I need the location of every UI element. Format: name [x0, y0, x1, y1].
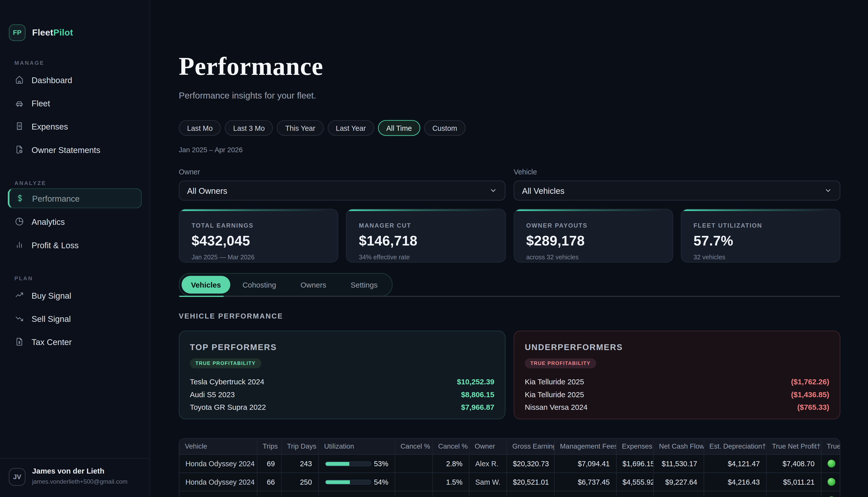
sidebar-item-label: Fleet [31, 98, 50, 108]
performers-row: TOP PERFORMERS TRUE PROFITABILITY Tesla … [179, 331, 840, 420]
tab-cohosting[interactable]: Cohosting [230, 276, 288, 294]
vehicle-select[interactable]: All Vehicles [514, 181, 840, 201]
vehicle-filter-label: Vehicle [514, 168, 840, 176]
sidebar-item-label: Owner Statements [31, 145, 100, 154]
col-utilization: Utilization [319, 439, 395, 455]
table-row: Honda Odyssey 2024 65 254 55% 5.8% Parke… [179, 491, 840, 497]
pie-chart-icon [14, 216, 25, 227]
time-filter-last-year[interactable]: Last Year [327, 120, 374, 136]
sidebar-item-owner-statements[interactable]: Owner Statements [8, 138, 142, 161]
col-est-depreciation: Est. Depreciation† [704, 439, 766, 455]
filters-row: Owner All Owners Vehicle All Vehicles [179, 168, 840, 201]
owner-select-value: All Owners [187, 186, 227, 195]
sidebar-item-dashboard[interactable]: Dashboard [8, 68, 142, 91]
top-performers-list: Tesla Cybertruck 2024 $10,252.39 Audi S5… [190, 376, 495, 414]
nav-section-manage: MANAGE [14, 60, 135, 66]
avatar: JV [9, 468, 26, 486]
main-content: Performance Performance insights for you… [150, 0, 868, 497]
sidebar-item-label: Tax Center [31, 337, 72, 346]
owner-filter: Owner All Owners [179, 168, 505, 201]
time-filter-last-mo[interactable]: Last Mo [179, 120, 221, 136]
page-subtitle: Performance insights for your fleet. [179, 91, 840, 101]
sidebar-item-analytics[interactable]: Analytics [8, 210, 142, 233]
status-badge: Pro [827, 492, 840, 497]
sidebar-item-profit-loss[interactable]: Profit & Loss [8, 233, 142, 256]
nav-section-plan: PLAN [14, 275, 135, 281]
col-owner: Owner [469, 439, 506, 455]
vehicle-performance-table: Vehicle Trips Trip Days Utilization Canc… [179, 438, 840, 497]
list-item: Kia Telluride 2025 ($1,762.26) [525, 376, 829, 389]
list-item: Tesla Cybertruck 2024 $10,252.39 [190, 376, 495, 389]
col-true-profit-status: True P [821, 439, 840, 455]
bar-chart-icon [14, 240, 25, 250]
time-filter-last-3-mo[interactable]: Last 3 Mo [225, 120, 273, 136]
tab-bar: Vehicles Cohosting Owners Settings [179, 273, 393, 296]
utilization-bar: 54% [325, 473, 388, 491]
col-expenses: Expenses [616, 439, 653, 455]
stat-label: MANAGER CUT [359, 222, 493, 229]
sidebar-item-sell-signal[interactable]: Sell Signal [8, 307, 142, 330]
col-cancel-flagged: Cancel % [395, 439, 432, 455]
tax-document-icon [14, 337, 25, 347]
col-cancel: Cancel % [432, 439, 469, 455]
sidebar-item-label: Sell Signal [31, 314, 71, 323]
dollar-icon [15, 193, 25, 203]
col-management-fees: Management Fees [554, 439, 616, 455]
user-profile[interactable]: JV James von der Lieth james.vonderlieth… [0, 458, 149, 497]
status-badge: Pro [827, 473, 840, 491]
sidebar-item-performance[interactable]: Performance [8, 188, 142, 208]
sidebar-item-label: Expenses [31, 122, 68, 131]
page-title: Performance [179, 53, 840, 80]
col-gross-earnings: Gross Earnings [506, 439, 554, 455]
tab-settings[interactable]: Settings [339, 276, 390, 294]
underperformers-title: UNDERPERFORMERS [525, 342, 829, 352]
stat-cards-row: TOTAL EARNINGS $432,045 Jan 2025 — Mar 2… [179, 209, 840, 262]
stat-label: FLEET UTILIZATION [693, 222, 827, 229]
time-filter-custom[interactable]: Custom [424, 120, 465, 136]
app-window: FP FleetPilot MANAGE Dashboard Fleet [0, 0, 868, 497]
brand-logo: FP FleetPilot [9, 25, 141, 41]
top-performers-card: TOP PERFORMERS TRUE PROFITABILITY Tesla … [179, 331, 505, 420]
stat-subtext: 34% effective rate [359, 254, 493, 260]
top-performers-title: TOP PERFORMERS [190, 342, 495, 352]
col-trip-days: Trip Days [281, 439, 318, 455]
col-net-cash-flow: Net Cash Flow [653, 439, 704, 455]
stat-subtext: 32 vehicles [693, 254, 827, 260]
sidebar-item-buy-signal[interactable]: Buy Signal [8, 284, 142, 307]
status-badge: Pro [827, 455, 840, 472]
time-filter-this-year[interactable]: This Year [277, 120, 324, 136]
stat-label: TOTAL EARNINGS [191, 222, 325, 229]
brand-logo-badge: FP [9, 25, 26, 41]
user-email: james.vonderlieth+500@gmail.com [32, 478, 128, 485]
sidebar-item-fleet[interactable]: Fleet [8, 91, 142, 115]
sidebar-item-expenses[interactable]: Expenses [8, 115, 142, 138]
section-title-vehicle-performance: VEHICLE PERFORMANCE [179, 312, 840, 320]
sidebar-item-label: Buy Signal [31, 290, 71, 300]
stat-card-fleet-utilization: FLEET UTILIZATION 57.7% 32 vehicles [681, 209, 840, 262]
car-icon [14, 98, 25, 108]
tab-vehicles[interactable]: Vehicles [181, 276, 231, 294]
col-true-net-profit: True Net Profit† [766, 439, 821, 455]
receipt-icon [14, 121, 25, 131]
sidebar-item-tax-center[interactable]: Tax Center [8, 330, 142, 353]
sidebar: FP FleetPilot MANAGE Dashboard Fleet [0, 0, 150, 497]
stat-value: $432,045 [191, 233, 325, 249]
stat-subtext: across 32 vehicles [526, 254, 660, 260]
sidebar-item-label: Profit & Loss [31, 240, 78, 250]
profit-dot-icon [827, 460, 835, 468]
list-item: Toyota GR Supra 2022 $7,966.87 [190, 401, 495, 414]
table-row: Honda Odyssey 2024 66 250 54% 1.5% Sam W… [179, 473, 840, 491]
profit-dot-icon [827, 478, 835, 486]
tabs-divider [179, 296, 840, 297]
brand-name: FleetPilot [32, 28, 73, 38]
nav-section-analyze: ANALYZE [14, 180, 135, 186]
true-profitability-badge: TRUE PROFITABILITY [525, 359, 596, 369]
chevron-down-icon [824, 187, 832, 195]
tab-owners[interactable]: Owners [289, 276, 339, 294]
owner-select[interactable]: All Owners [179, 181, 505, 201]
time-filter-all-time[interactable]: All Time [378, 120, 421, 136]
stat-card-total-earnings: TOTAL EARNINGS $432,045 Jan 2025 — Mar 2… [179, 209, 338, 262]
stat-label: OWNER PAYOUTS [526, 222, 660, 229]
active-tab-underline [179, 296, 224, 297]
utilization-bar: 53% [325, 455, 388, 472]
